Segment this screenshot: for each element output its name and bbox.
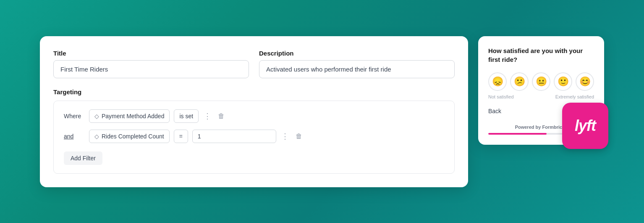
emoji-option-5[interactable]: 😊 bbox=[576, 72, 594, 91]
emoji-options-row: 😞 😕 😐 🙂 😊 bbox=[488, 72, 594, 91]
progress-bar-fill bbox=[488, 133, 547, 135]
emoji-option-4[interactable]: 🙂 bbox=[554, 72, 572, 91]
tag-icon-1: ◇ bbox=[94, 113, 99, 119]
survey-question: How satisfied are you with your first ri… bbox=[488, 46, 594, 64]
filter1-more-button[interactable]: ⋮ bbox=[203, 112, 212, 121]
filter2-more-button[interactable]: ⋮ bbox=[280, 132, 290, 141]
lyft-logo-text: lyft bbox=[575, 117, 596, 135]
filter2-operator-label: = bbox=[179, 133, 183, 140]
filter1-tag-label: Payment Method Added bbox=[102, 113, 164, 119]
satisfaction-labels: Not satisfied Extremely satisfied bbox=[488, 94, 594, 99]
where-label: Where bbox=[64, 113, 85, 119]
description-group: Description bbox=[259, 50, 455, 78]
emoji-option-3[interactable]: 😐 bbox=[532, 72, 550, 91]
description-input[interactable] bbox=[259, 60, 455, 78]
tag-icon-2: ◇ bbox=[94, 133, 99, 140]
extremely-satisfied-label: Extremely satisfied bbox=[555, 94, 594, 99]
emoji-face-3: 😐 bbox=[532, 72, 550, 91]
filter2-tag[interactable]: ◇ Rides Completed Count bbox=[89, 130, 170, 143]
title-input[interactable] bbox=[53, 60, 249, 78]
emoji-option-2[interactable]: 😕 bbox=[510, 72, 529, 91]
add-filter-button[interactable]: Add Filter bbox=[64, 151, 102, 165]
filter-row-2: and ◇ Rides Completed Count = ⋮ 🗑 bbox=[64, 130, 444, 143]
emoji-option-1[interactable]: 😞 bbox=[488, 72, 507, 91]
targeting-section: Targeting Where ◇ Payment Method Added i… bbox=[53, 88, 455, 174]
filter1-delete-button[interactable]: 🗑 bbox=[216, 111, 226, 122]
filter1-tag[interactable]: ◇ Payment Method Added bbox=[89, 109, 170, 123]
targeting-label: Targeting bbox=[53, 88, 455, 96]
filter1-operator-label: is set bbox=[179, 113, 193, 119]
emoji-face-1: 😞 bbox=[488, 72, 507, 91]
filter-row-1: Where ◇ Payment Method Added is set ⋮ 🗑 bbox=[64, 109, 444, 123]
filter2-operator[interactable]: = bbox=[174, 130, 188, 143]
filter2-delete-button[interactable]: 🗑 bbox=[294, 131, 304, 142]
not-satisfied-label: Not satisfied bbox=[488, 94, 514, 99]
emoji-face-5: 😊 bbox=[576, 72, 594, 91]
form-card: Title Description Targeting Where ◇ bbox=[40, 36, 468, 187]
filter1-operator[interactable]: is set bbox=[174, 109, 199, 123]
targeting-filters-container: Where ◇ Payment Method Added is set ⋮ 🗑 bbox=[53, 101, 455, 174]
survey-preview-card: How satisfied are you with your first ri… bbox=[478, 36, 604, 145]
and-label: and bbox=[64, 133, 85, 140]
lyft-logo: lyft bbox=[562, 103, 608, 149]
description-label: Description bbox=[259, 50, 455, 57]
title-description-row: Title Description bbox=[53, 50, 455, 78]
filter2-value-input[interactable] bbox=[192, 130, 276, 143]
title-group: Title bbox=[53, 50, 249, 78]
filter2-tag-label: Rides Completed Count bbox=[102, 133, 164, 140]
emoji-face-4: 🙂 bbox=[554, 72, 572, 91]
title-label: Title bbox=[53, 50, 249, 57]
emoji-face-2: 😕 bbox=[510, 72, 529, 91]
